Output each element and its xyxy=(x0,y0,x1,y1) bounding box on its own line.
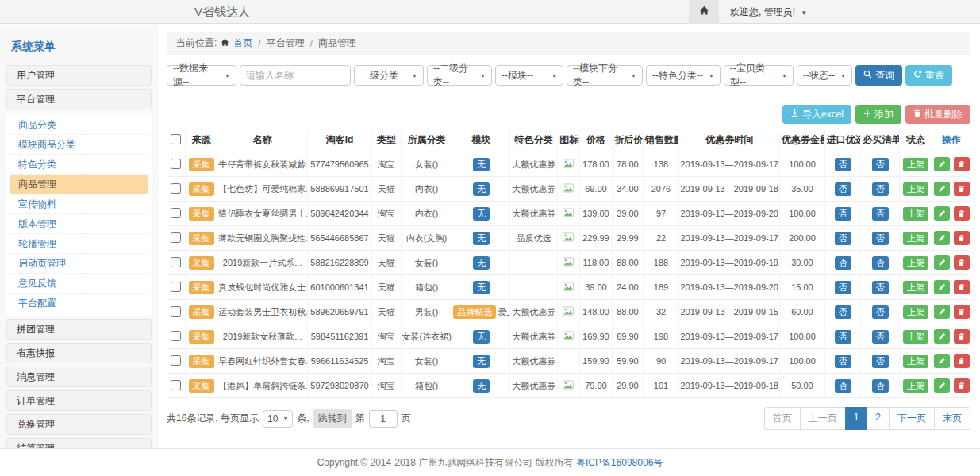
import-select-badge[interactable]: 否 xyxy=(835,232,851,245)
delete-button[interactable] xyxy=(954,255,970,270)
delete-button[interactable] xyxy=(954,206,970,221)
import-select-badge[interactable]: 否 xyxy=(835,305,851,319)
sidebar-subitem[interactable]: 特色分类 xyxy=(10,155,148,175)
page-button[interactable]: 首页 xyxy=(764,407,801,430)
delete-button[interactable] xyxy=(954,378,970,393)
import-select-badge[interactable]: 否 xyxy=(835,256,851,270)
sidebar-item[interactable]: 消息管理 xyxy=(6,367,152,387)
page-number-input[interactable] xyxy=(369,410,398,428)
edit-button[interactable] xyxy=(934,255,950,270)
must-buy-badge[interactable]: 否 xyxy=(872,256,889,270)
batch-delete-button[interactable]: 批量删除 xyxy=(905,105,970,124)
status-badge[interactable]: 上架 xyxy=(903,305,928,319)
status-badge[interactable]: 上架 xyxy=(903,281,928,294)
status-badge[interactable]: 上架 xyxy=(903,158,928,171)
must-buy-badge[interactable]: 否 xyxy=(872,330,889,344)
delete-button[interactable] xyxy=(954,182,970,196)
edit-button[interactable] xyxy=(934,378,950,393)
sidebar-subitem[interactable]: 平台配置 xyxy=(10,294,148,313)
row-checkbox[interactable] xyxy=(171,355,181,366)
row-checkbox[interactable] xyxy=(171,208,181,218)
user-menu[interactable]: 欢迎您, 管理员! ▼ xyxy=(730,6,807,19)
must-buy-badge[interactable]: 否 xyxy=(872,207,889,221)
edit-button[interactable] xyxy=(934,182,950,196)
row-checkbox[interactable] xyxy=(171,331,181,341)
must-buy-badge[interactable]: 否 xyxy=(872,355,889,368)
must-buy-badge[interactable]: 否 xyxy=(872,281,889,294)
must-buy-badge[interactable]: 否 xyxy=(872,158,889,171)
delete-button[interactable] xyxy=(954,280,970,294)
sidebar-subitem[interactable]: 商品分类 xyxy=(10,115,148,135)
category-level2-select[interactable]: --二级分类--▼ xyxy=(427,65,492,86)
add-button[interactable]: 添加 xyxy=(855,105,901,124)
delete-button[interactable] xyxy=(954,157,970,171)
row-checkbox[interactable] xyxy=(171,306,181,317)
sidebar-item[interactable]: 拼团管理 xyxy=(6,319,152,340)
sidebar-subitem[interactable]: 意见反馈 xyxy=(10,274,148,294)
import-select-badge[interactable]: 否 xyxy=(835,281,851,294)
search-button[interactable]: 查询 xyxy=(855,65,902,86)
must-buy-badge[interactable]: 否 xyxy=(872,305,889,319)
module-subcategory-select[interactable]: --模块下分类--▼ xyxy=(567,65,643,86)
page-button[interactable]: 末页 xyxy=(934,407,970,430)
edit-button[interactable] xyxy=(934,354,950,368)
edit-button[interactable] xyxy=(934,157,950,171)
import-excel-button[interactable]: 导入excel xyxy=(782,105,851,124)
sidebar-item[interactable]: 省惠快报 xyxy=(6,343,152,363)
sidebar-item[interactable]: 兑换管理 xyxy=(6,414,152,435)
sidebar-subitem[interactable]: 模块商品分类 xyxy=(10,135,148,155)
import-select-badge[interactable]: 否 xyxy=(835,355,851,368)
sidebar-subitem[interactable]: 宣传物料 xyxy=(10,194,148,214)
delete-button[interactable] xyxy=(954,354,970,368)
status-badge[interactable]: 上架 xyxy=(903,182,928,196)
reset-button[interactable]: 重置 xyxy=(905,65,952,86)
edit-button[interactable] xyxy=(934,206,950,221)
page-button[interactable]: 上一页 xyxy=(800,407,846,430)
import-select-badge[interactable]: 否 xyxy=(835,158,851,171)
select-all-checkbox[interactable] xyxy=(171,134,181,144)
delete-button[interactable] xyxy=(954,329,970,344)
sidebar-subitem[interactable]: 版本管理 xyxy=(10,214,148,234)
must-buy-badge[interactable]: 否 xyxy=(872,232,889,245)
edit-button[interactable] xyxy=(934,280,950,294)
feature-category-select[interactable]: --特色分类--▼ xyxy=(646,65,721,86)
sidebar-item-user-management[interactable]: 用户管理 xyxy=(6,65,152,86)
sidebar-item-platform-management[interactable]: 平台管理 xyxy=(6,89,152,109)
status-badge[interactable]: 上架 xyxy=(903,256,928,270)
import-select-badge[interactable]: 否 xyxy=(835,182,851,196)
import-select-badge[interactable]: 否 xyxy=(835,330,851,344)
name-search-input[interactable] xyxy=(240,65,351,86)
row-checkbox[interactable] xyxy=(171,282,181,292)
per-page-select[interactable]: 10▼ xyxy=(263,410,293,428)
status-badge[interactable]: 上架 xyxy=(903,355,928,368)
edit-button[interactable] xyxy=(934,329,950,344)
row-checkbox[interactable] xyxy=(171,183,181,194)
row-checkbox[interactable] xyxy=(171,380,181,390)
must-buy-badge[interactable]: 否 xyxy=(872,379,889,393)
edit-button[interactable] xyxy=(934,231,950,245)
status-badge[interactable]: 上架 xyxy=(903,379,928,393)
breadcrumb-home-link[interactable]: 首页 xyxy=(233,36,252,50)
row-checkbox[interactable] xyxy=(171,159,181,169)
jump-to-button[interactable]: 跳转到 xyxy=(313,409,352,428)
status-badge[interactable]: 上架 xyxy=(903,232,928,245)
category-level1-select[interactable]: 一级分类▼ xyxy=(354,65,424,86)
sidebar-subitem[interactable]: 启动页管理 xyxy=(10,254,148,274)
must-buy-badge[interactable]: 否 xyxy=(872,182,889,196)
row-checkbox[interactable] xyxy=(171,257,181,267)
row-checkbox[interactable] xyxy=(171,232,181,243)
sidebar-subitem[interactable]: 商品管理 xyxy=(10,175,148,194)
status-badge[interactable]: 上架 xyxy=(903,207,928,221)
edit-button[interactable] xyxy=(934,305,950,319)
data-source-select[interactable]: --数据来源--▼ xyxy=(167,65,236,86)
module-select[interactable]: --模块--▼ xyxy=(495,65,563,86)
page-button[interactable]: 2 xyxy=(867,407,890,430)
sidebar-item[interactable]: 订单管理 xyxy=(6,390,152,411)
status-select[interactable]: --状态--▼ xyxy=(797,65,852,86)
status-badge[interactable]: 上架 xyxy=(903,330,928,344)
page-button[interactable]: 下一页 xyxy=(889,407,935,430)
item-type-select[interactable]: --宝贝类型--▼ xyxy=(724,65,794,86)
page-button[interactable]: 1 xyxy=(845,407,868,430)
import-select-badge[interactable]: 否 xyxy=(835,207,851,221)
delete-button[interactable] xyxy=(954,305,970,319)
